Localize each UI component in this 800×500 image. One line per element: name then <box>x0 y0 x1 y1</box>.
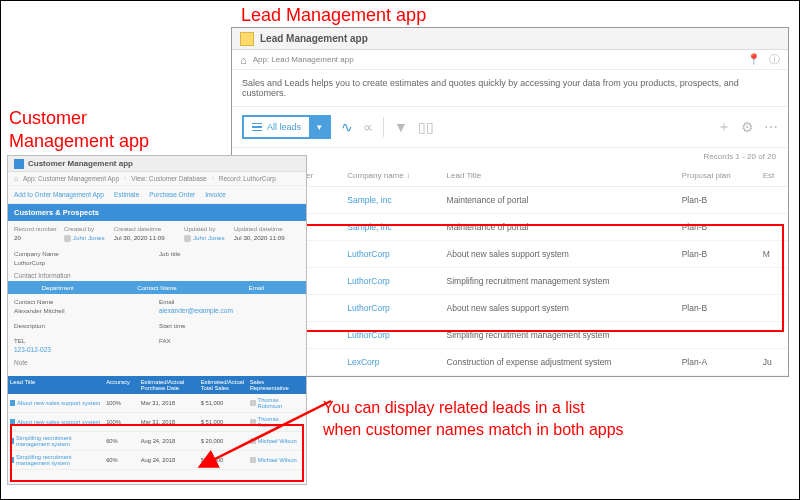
annotation-customer-title: Customer Management app <box>9 107 149 154</box>
lbl-description: Description <box>14 322 155 329</box>
lbl-record-number: Record number <box>14 225 60 232</box>
val-updated-by[interactable]: John Jones <box>184 234 230 242</box>
rl-title[interactable]: About new sales support system <box>10 400 104 406</box>
action-estimate[interactable]: Estimate <box>114 191 139 198</box>
rl-rep[interactable]: Michael Wilson <box>250 457 304 463</box>
lbl-tel: TEL <box>14 337 155 344</box>
cell-est: Ju <box>757 349 788 376</box>
view-dropdown[interactable]: All leads ▾ <box>242 115 331 139</box>
list-icon <box>252 123 262 132</box>
more-icon[interactable]: ⋯ <box>764 119 778 135</box>
lbl-fax: FAX <box>159 337 300 344</box>
rl-col-sales: Estimated/Actual Total Sales <box>201 379 248 391</box>
contact-detail: Contact Name Email Alexander Mitchell al… <box>8 294 306 318</box>
contact-info-header: Department Contact Name Email <box>8 281 306 294</box>
rl-col-title: Lead Title <box>10 379 104 391</box>
cell-plan: Plan-B <box>676 214 757 241</box>
lead-titlebar: Lead Management app <box>232 28 788 50</box>
col-lead-title[interactable]: Lead Title <box>441 165 676 187</box>
info-icon[interactable]: ⓘ <box>769 52 780 67</box>
cell-plan: Plan-B <box>676 187 757 214</box>
ci-department: Department <box>8 284 107 291</box>
table-row[interactable]: 11Sample, incMaintenance of portalPlan-B <box>232 187 788 214</box>
bar-chart-icon[interactable]: ▯▯ <box>418 119 434 135</box>
val-tel[interactable]: 123-012-023 <box>14 346 155 353</box>
rl-col-date: Estimated/Actual Purchase Date <box>141 379 199 391</box>
ci-contact-name: Contact Name <box>107 284 206 291</box>
col-est[interactable]: Est <box>757 165 788 187</box>
rl-date: Mar 31, 2018 <box>141 419 199 425</box>
cell-company[interactable]: LuthorCorp <box>341 322 440 349</box>
table-row[interactable]: 1Sample, incMaintenance of portalPlan-B <box>232 214 788 241</box>
home-icon[interactable]: ⌂ <box>240 54 247 66</box>
company-grid: Company Name Job title LuthorCorp <box>8 246 306 270</box>
user-icon <box>250 400 256 406</box>
action-add-to-order[interactable]: Add to Order Management App <box>14 191 104 198</box>
crumb-view[interactable]: View: Customer Database <box>131 175 206 182</box>
rl-rep[interactable]: Thomas Robinson <box>250 416 304 428</box>
cell-company[interactable]: LexCorp <box>341 349 440 376</box>
breadcrumb-text[interactable]: App: Lead Management app <box>253 55 354 64</box>
gear-icon[interactable]: ⚙ <box>741 119 754 135</box>
cell-company[interactable]: LuthorCorp <box>341 295 440 322</box>
table-row[interactable]: 19LuthorCorpSimplifing recruitment manag… <box>232 268 788 295</box>
related-lead-row[interactable]: Simplifing recruitment management system… <box>8 432 306 451</box>
cell-company[interactable]: Sample, inc <box>341 214 440 241</box>
dropdown-label: All leads <box>267 122 301 132</box>
val-created-datetime: Jul 30, 2020 11:09 <box>114 234 180 242</box>
table-row[interactable]: 18LexCorpConstruction of expense adjustm… <box>232 349 788 376</box>
share-icon[interactable]: ∝ <box>363 119 373 135</box>
lbl-email: Email <box>159 298 300 305</box>
filter-icon[interactable]: ▼ <box>394 119 408 135</box>
lbl-note: Note <box>8 357 306 368</box>
lbl-updated-datetime: Updated datetime <box>234 225 300 232</box>
rl-sales: $ 20,000 <box>201 438 248 444</box>
rl-title[interactable]: About new sales support system <box>10 419 104 425</box>
annotation-note-line2: when customer names match in both apps <box>323 421 624 438</box>
cell-plan: Plan-A <box>676 349 757 376</box>
val-email[interactable]: alexander@example.com <box>159 307 300 314</box>
annotation-lead-title: Lead Management app <box>241 5 426 26</box>
table-row[interactable]: 20LuthorCorpAbout new sales support syst… <box>232 241 788 268</box>
pin-icon[interactable]: 📍 <box>747 53 761 66</box>
rl-col-accuracy: Accuracy <box>106 379 139 391</box>
table-row[interactable]: 9LuthorCorpSimplifing recruitment manage… <box>232 322 788 349</box>
annotation-note: You can display related leads in a list … <box>323 397 763 442</box>
col-company-name[interactable]: Company name ↓ <box>341 165 440 187</box>
rl-date: Aug 24, 2018 <box>141 457 199 463</box>
col-proposal-plan[interactable]: Proposal plan <box>676 165 757 187</box>
user-icon <box>250 457 256 463</box>
rl-rep[interactable]: Thomas Robinson <box>250 397 304 409</box>
table-row[interactable]: 10LuthorCorpAbout new sales support syst… <box>232 295 788 322</box>
user-icon <box>250 438 256 444</box>
rl-rep[interactable]: Michael Wilson <box>250 438 304 444</box>
lead-table: Record number Company name ↓ Lead Title … <box>232 165 788 376</box>
section-contact-info: Contact Information <box>8 270 306 281</box>
home-icon[interactable]: ⌂ <box>14 175 18 182</box>
val-created-by[interactable]: John Jones <box>64 234 110 242</box>
line-chart-icon[interactable]: ∿ <box>341 119 353 135</box>
lbl-contact-name: Contact Name <box>14 298 155 305</box>
cust-actions: Add to Order Management App Estimate Pur… <box>8 186 306 204</box>
related-leads-header: Lead Title Accuracy Estimated/Actual Pur… <box>8 376 306 394</box>
cell-company[interactable]: Sample, inc <box>341 187 440 214</box>
crumb-app[interactable]: App: Customer Management App <box>23 175 119 182</box>
related-lead-row[interactable]: Simplifing recruitment management system… <box>8 451 306 470</box>
cell-company[interactable]: LuthorCorp <box>341 241 440 268</box>
cell-company[interactable]: LuthorCorp <box>341 268 440 295</box>
app-folder-icon <box>240 32 254 46</box>
related-lead-row[interactable]: About new sales support system100%Mar 31… <box>8 394 306 413</box>
doc-icon <box>10 400 15 406</box>
cell-lead-title: About new sales support system <box>441 295 676 322</box>
lead-intro-text: Sales and Leads helps you to create esti… <box>232 70 788 107</box>
record-meta: Record number Created by Created datetim… <box>8 221 306 246</box>
crumb-record[interactable]: Record: LuthorCorp <box>219 175 276 182</box>
cell-est <box>757 295 788 322</box>
customer-management-window: Customer Management app ⌂ App: Customer … <box>7 155 307 485</box>
related-lead-row[interactable]: About new sales support system100%Mar 31… <box>8 413 306 432</box>
add-record-button[interactable]: ＋ <box>717 118 731 136</box>
rl-title[interactable]: Simplifing recruitment management system <box>10 435 104 447</box>
action-invoice[interactable]: Invoice <box>205 191 226 198</box>
action-purchase-order[interactable]: Purchase Order <box>149 191 195 198</box>
rl-title[interactable]: Simplifing recruitment management system <box>10 454 104 466</box>
